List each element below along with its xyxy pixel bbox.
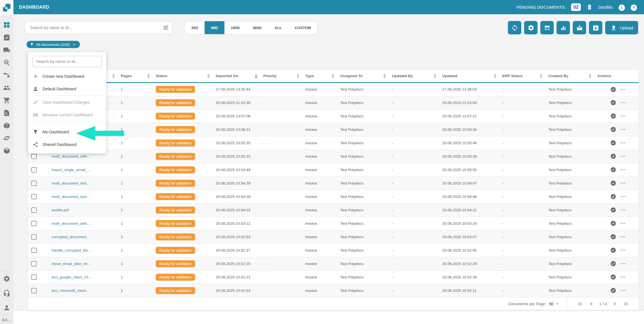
- sort-arrows-type[interactable]: [332, 74, 334, 78]
- sidebar-item-support[interactable]: [3, 290, 10, 297]
- row-checkbox[interactable]: [31, 261, 37, 266]
- row-checkbox[interactable]: [31, 248, 37, 253]
- more-options-button[interactable]: [620, 167, 626, 173]
- validate-button[interactable]: [610, 274, 616, 280]
- more-options-button[interactable]: [620, 193, 626, 200]
- validate-button[interactable]: [610, 140, 616, 146]
- info-button[interactable]: [618, 4, 625, 11]
- range-30d[interactable]: 30D: [185, 21, 205, 34]
- menu-item-save-dashboard-changes[interactable]: Save Dashboard Changes: [28, 96, 106, 108]
- sidebar-item-insights[interactable]: [3, 59, 10, 66]
- column-header-status[interactable]: Status: [152, 70, 212, 82]
- column-header-created_by[interactable]: Created By: [545, 70, 594, 82]
- sort-arrows-status[interactable]: [207, 74, 210, 78]
- validate-button[interactable]: [610, 86, 616, 93]
- help-button[interactable]: ?: [630, 4, 637, 11]
- sort-arrows-updated[interactable]: [494, 74, 496, 78]
- validate-button[interactable]: [610, 153, 616, 159]
- row-checkbox[interactable]: [31, 275, 37, 280]
- validate-button[interactable]: [610, 100, 616, 106]
- sidebar-item-validation[interactable]: [3, 34, 10, 41]
- more-options-button[interactable]: [620, 287, 626, 294]
- menu-item-rename-current-dashboard[interactable]: Rename current Dashboard: [28, 108, 106, 121]
- advanced-filter-button[interactable]: [163, 25, 169, 31]
- range-180d[interactable]: 180D: [224, 21, 246, 34]
- more-options-button[interactable]: [620, 261, 626, 267]
- document-link[interactable]: test_google_client_20...: [52, 275, 92, 279]
- sort-arrows-pages[interactable]: [147, 74, 150, 78]
- settings-button[interactable]: [524, 21, 538, 34]
- export-email-button[interactable]: [573, 21, 586, 34]
- sidebar-item-integrations[interactable]: [3, 134, 10, 142]
- import-button[interactable]: [589, 21, 602, 34]
- more-options-button[interactable]: [620, 86, 626, 93]
- row-checkbox[interactable]: [31, 221, 37, 226]
- document-link[interactable]: test_microsoft_client...: [52, 288, 89, 293]
- validate-button[interactable]: [610, 180, 616, 186]
- document-link[interactable]: handle_corrupted_file...: [52, 248, 91, 252]
- analytics-button[interactable]: [557, 21, 570, 34]
- column-header-priority[interactable]: Priority: [260, 70, 302, 82]
- sidebar-item-settings[interactable]: [3, 275, 10, 282]
- column-header-pages[interactable]: Pages: [117, 70, 152, 82]
- sidebar-item-profile[interactable]: [3, 304, 10, 311]
- range-all[interactable]: ALL: [268, 21, 288, 34]
- validate-button[interactable]: [610, 220, 616, 226]
- validate-button[interactable]: [610, 113, 616, 119]
- more-options-button[interactable]: [620, 113, 626, 119]
- row-checkbox[interactable]: [31, 181, 37, 186]
- more-options-button[interactable]: [620, 234, 626, 240]
- pending-documents-count[interactable]: 02: [571, 3, 581, 11]
- document-link[interactable]: import_single_email_...: [52, 168, 91, 172]
- document-link[interactable]: move_email_after_im...: [52, 262, 91, 266]
- more-options-button[interactable]: [620, 126, 626, 133]
- last-page-button[interactable]: [623, 301, 629, 307]
- validate-button[interactable]: [610, 167, 616, 173]
- more-options-button[interactable]: [620, 100, 626, 106]
- row-checkbox[interactable]: [31, 234, 37, 240]
- document-link[interactable]: multi_document_with...: [52, 221, 90, 226]
- sidebar-item-purchasing[interactable]: [3, 97, 10, 104]
- validate-button[interactable]: [610, 247, 616, 253]
- sort-arrows-updated_by[interactable]: [434, 74, 436, 78]
- organization-button[interactable]: [586, 4, 593, 11]
- more-options-button[interactable]: [620, 180, 626, 186]
- column-header-assigned_to[interactable]: Assigned To: [337, 70, 389, 82]
- sidebar-item-workflow[interactable]: [3, 72, 10, 79]
- document-link[interactable]: testfile.pdf: [52, 208, 69, 212]
- dashboard-filter-pill[interactable]: All documents (193): [27, 41, 80, 48]
- sidebar-item-invoices[interactable]: $: [3, 109, 10, 117]
- validate-button[interactable]: [610, 207, 616, 213]
- validate-button[interactable]: [610, 126, 616, 133]
- sidebar-item-inventory[interactable]: [3, 147, 10, 154]
- per-page-caret-icon[interactable]: [555, 301, 560, 306]
- sort-arrows-created_by[interactable]: [589, 74, 591, 78]
- row-checkbox[interactable]: [31, 167, 37, 172]
- range-custom[interactable]: CUSTOM: [288, 21, 317, 34]
- sidebar-item-users[interactable]: [3, 84, 10, 91]
- sidebar-item-shipping[interactable]: [3, 46, 10, 54]
- app-logo[interactable]: [0, 0, 13, 15]
- row-checkbox[interactable]: [31, 288, 37, 293]
- range-90d[interactable]: 90D: [205, 21, 224, 34]
- column-header-updated_by[interactable]: Updated By: [389, 70, 439, 82]
- previous-page-button[interactable]: [588, 301, 595, 307]
- more-options-button[interactable]: [620, 140, 626, 146]
- per-page-value[interactable]: 50: [549, 302, 553, 306]
- sort-arrows-assigned_to[interactable]: [383, 74, 386, 78]
- sidebar-item-dashboard[interactable]: [3, 21, 10, 29]
- sort-arrows-name[interactable]: [112, 74, 115, 78]
- document-link[interactable]: multi_document_with...: [52, 154, 90, 159]
- menu-item-create-new-dashboard[interactable]: Create new Dashboard: [28, 70, 106, 82]
- row-checkbox[interactable]: [31, 154, 37, 159]
- menu-item-default-dashboard[interactable]: Default Dashboard: [28, 82, 106, 95]
- first-page-button[interactable]: [577, 301, 583, 307]
- sort-arrows-erp_status[interactable]: [540, 74, 543, 78]
- more-options-button[interactable]: [620, 247, 626, 253]
- document-link[interactable]: multi_document_test...: [52, 195, 90, 199]
- validate-button[interactable]: [610, 287, 616, 294]
- dropdown-search-input[interactable]: [32, 56, 102, 67]
- upload-button[interactable]: Upload: [605, 21, 638, 34]
- sort-arrows-imported_on[interactable]: [255, 74, 257, 78]
- more-options-button[interactable]: [620, 207, 626, 213]
